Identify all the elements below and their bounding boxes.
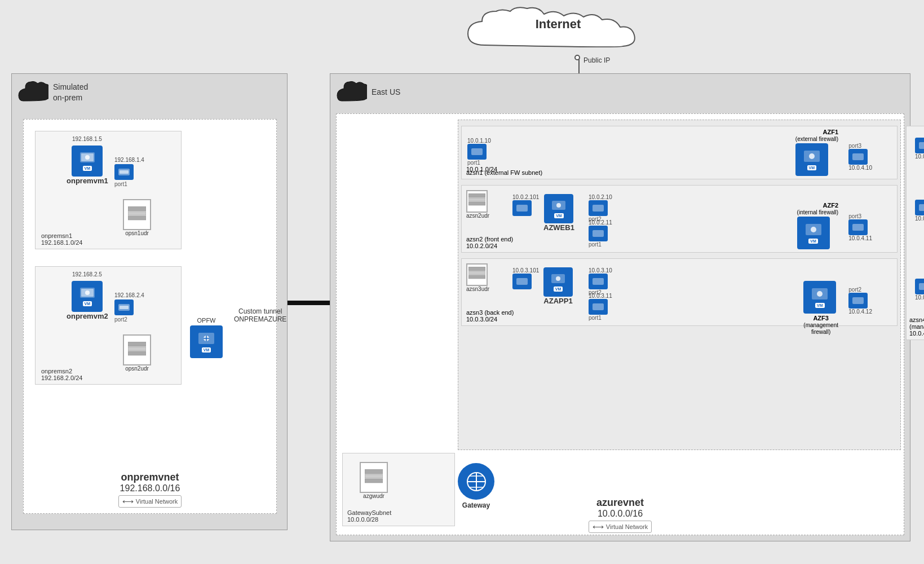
opsn2udr-icon xyxy=(123,334,151,365)
azgwudr-node: azgwudr xyxy=(360,462,388,499)
azweb1-label: AZWEB1 xyxy=(543,223,574,232)
opsn1udr-icon xyxy=(123,199,151,230)
azgwudr-icon xyxy=(360,462,388,493)
onpremvm1-nic: 192.168.1.4 port1 xyxy=(114,157,144,187)
svg-rect-62 xyxy=(852,224,864,231)
svg-rect-66 xyxy=(516,278,528,285)
onpremvm2-ip-above: 192.168.2.5 xyxy=(72,271,102,277)
opsn1udr-node: opsn1udr xyxy=(123,199,151,236)
svg-rect-40 xyxy=(365,469,383,474)
onpremvnet-badge: ⟷ Virtual Network xyxy=(118,495,182,508)
azweb1-nic1-ip: 10.0.2.101 xyxy=(512,194,539,200)
subnet-onpremsn2: 192.168.2.5 VM onpremvm2 192.168.2.4 por… xyxy=(35,266,182,385)
right-region-label: East US xyxy=(372,87,400,97)
svg-rect-24 xyxy=(120,170,129,174)
azweb1-node: VM AZWEB1 xyxy=(543,194,574,232)
onpremvm2-nic-icon xyxy=(114,299,134,315)
svg-rect-75 xyxy=(919,204,924,211)
azf2-nic-left: 10.0.2.11 port1 xyxy=(589,219,612,248)
svg-point-22 xyxy=(85,155,90,160)
onpremvm1-label: onpremvm1 xyxy=(67,177,108,185)
azapp1-nic-left-icon xyxy=(512,274,532,289)
svg-rect-26 xyxy=(128,211,146,215)
svg-rect-64 xyxy=(468,271,485,275)
internet-label: Internet xyxy=(536,17,581,32)
svg-rect-58 xyxy=(593,205,604,211)
azf3-port2-ip: 10.0.4.12 xyxy=(848,309,872,315)
azurevnet-footer: azurevnet 10.0.0.0/16 ⟷ Virtual Network xyxy=(337,497,904,533)
azsn4-nic1-icon xyxy=(915,138,924,153)
onpremvm2-nic: 192.168.2.4 port2 xyxy=(114,292,144,323)
opsn2udr-label: opsn2udr xyxy=(123,365,151,372)
azf3-port1-ip: 10.0.3.11 xyxy=(589,293,612,299)
left-cloud-icon xyxy=(17,80,48,105)
onpremsn2-label: onpremsn2 192.168.2.0/24 xyxy=(41,368,82,381)
azf1-icon: VM xyxy=(795,143,828,176)
opfw-node: OPFW VM xyxy=(190,317,223,358)
azsn4-box: 10.0.4.10 10.0.4.11 10.0.4.1 xyxy=(906,126,924,340)
azf1-port3-ip: 10.0.4.10 xyxy=(848,165,872,171)
svg-rect-73 xyxy=(852,297,864,304)
subnet-onpremsn1: 192.168.1.5 VM onpremvm1 192.168.1.4 por… xyxy=(35,131,182,249)
azapp1-nic-right-icon xyxy=(589,274,608,289)
svg-rect-35 xyxy=(128,351,146,355)
azsn1-cidr: 10.0.1.0/24 xyxy=(466,157,497,176)
svg-rect-27 xyxy=(128,216,146,220)
onpremvm1-nic-ip: 192.168.1.4 xyxy=(114,157,144,163)
svg-rect-32 xyxy=(120,306,129,309)
azf1-nic-right: port3 10.0.4.10 xyxy=(848,143,872,171)
azapp1-icon: VM xyxy=(543,267,573,297)
svg-rect-41 xyxy=(365,474,383,478)
azweb1-icon: VM xyxy=(544,194,573,223)
azapp1-nic2-ip: 10.0.3.10 xyxy=(589,267,612,274)
azweb1-nic-left-icon xyxy=(512,200,532,216)
azf2-nic-right-icon xyxy=(848,219,868,235)
azf2-header: AZF2 (internal firewall) xyxy=(797,202,838,215)
opsn1udr-label: opsn1udr xyxy=(123,230,151,236)
svg-rect-74 xyxy=(919,142,924,149)
svg-point-72 xyxy=(817,291,823,297)
gateway-icon xyxy=(458,463,494,500)
internet-cloud: Internet xyxy=(440,6,677,68)
azweb1-nic2-ip: 10.0.2.10 xyxy=(589,194,612,200)
svg-rect-59 xyxy=(593,230,604,237)
left-region: Simulated on-prem 192.168.1.5 VM onpremv… xyxy=(11,73,288,530)
firewall-area-box: 10.0.1.10 port1 azsn1 (external FW subne… xyxy=(458,120,901,450)
svg-rect-34 xyxy=(128,347,146,351)
azweb1-nic-left: 10.0.2.101 xyxy=(512,194,539,216)
onpremvm1-icon: VM xyxy=(72,146,103,177)
azsn4-nic2: 10.0.4.11 xyxy=(915,200,924,222)
azsn3-label: azsn3 (back end) 10.0.3.0/24 xyxy=(466,309,514,323)
azf3-nic-left: 10.0.3.11 port1 xyxy=(589,293,612,321)
svg-rect-42 xyxy=(365,479,383,483)
svg-rect-65 xyxy=(468,275,485,279)
azf2-node: AZF2 (internal firewall) VM xyxy=(797,202,838,249)
right-region-header: East US xyxy=(336,80,400,105)
svg-rect-25 xyxy=(128,206,146,211)
svg-rect-52 xyxy=(468,193,485,197)
azapp1-label: AZAPP1 xyxy=(543,297,572,305)
svg-point-50 xyxy=(809,153,815,159)
azf2-port3-ip: 10.0.4.11 xyxy=(848,235,872,241)
opsn2udr-node: opsn2udr xyxy=(123,334,151,372)
onpremvm1-port-label: port1 xyxy=(114,181,144,187)
azurevnet-badge: ⟷ Virtual Network xyxy=(589,521,652,533)
svg-rect-55 xyxy=(516,205,528,211)
tunnel-label: Custom tunnel ONPREMAZURE xyxy=(234,307,286,323)
azsn2-label: azsn2 (front end) 10.0.2.0/24 xyxy=(466,236,513,249)
public-ip-label: Public IP xyxy=(583,56,610,64)
svg-rect-63 xyxy=(468,267,485,271)
svg-point-61 xyxy=(811,227,816,232)
onpremvm1-ip-above: 192.168.1.5 xyxy=(72,136,102,142)
azsn2udr-icon xyxy=(466,190,488,213)
svg-rect-33 xyxy=(128,342,146,346)
azapp1-node: VM AZAPP1 xyxy=(543,267,573,305)
diagram-container: Internet Public IP Simulated on-prem 192… xyxy=(0,0,924,564)
svg-rect-53 xyxy=(468,198,485,201)
onpremvm2-port-label: port2 xyxy=(114,316,144,323)
azsn2udr-label: azsn2udr xyxy=(466,213,489,219)
azsn4-nic3-icon xyxy=(915,279,924,294)
azf3-nic-right: port2 10.0.4.12 xyxy=(848,287,872,315)
onpremvm2-label: onpremvm2 xyxy=(67,312,108,320)
azsn3udr-label: azsn3udr xyxy=(466,286,489,292)
